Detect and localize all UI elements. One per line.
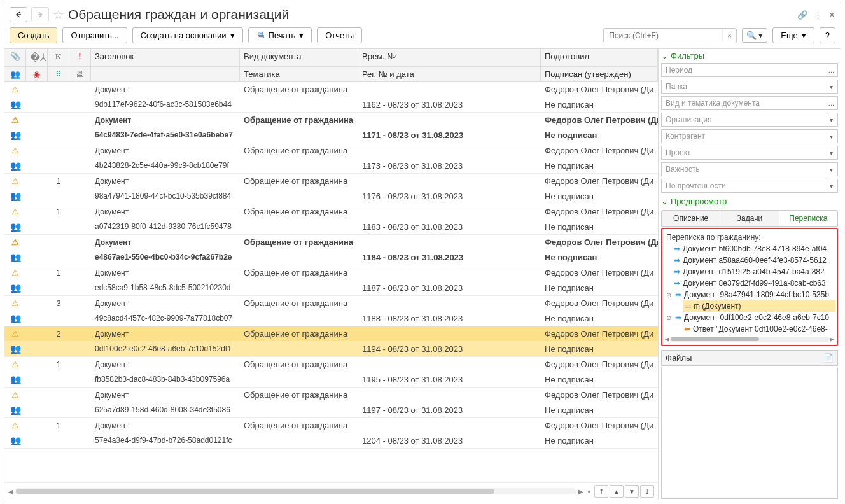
table-row[interactable]: ⚠2ДокументОбращение от гражданинаФедоров… xyxy=(4,326,658,357)
col-k[interactable]: К xyxy=(48,49,69,66)
col-regnum[interactable]: Рег. № и дата xyxy=(358,67,541,81)
table-row[interactable]: ⚠ДокументОбращение от гражданинаФедоров … xyxy=(4,235,658,265)
thread-item[interactable]: ⬅Ответ "Документ 0df100e2-e0c2-46e8- xyxy=(683,323,835,335)
filter-counterparty-dd[interactable]: ▾ xyxy=(825,129,838,143)
filter-project[interactable]: Проект xyxy=(661,146,825,160)
chevron-down-icon: ⌄ xyxy=(661,197,668,206)
preview-header[interactable]: ⌄ Предпросмотр xyxy=(661,195,838,207)
nav-first-button[interactable]: ⤒ xyxy=(594,485,608,498)
table-row[interactable]: ⚠3ДокументОбращение от гражданинаФедоров… xyxy=(4,296,658,326)
thread-item[interactable]: ➡Документ 8e379d2f-fd99-491a-8cab-cb63 xyxy=(673,277,835,289)
col-rec-icon[interactable]: ◉ xyxy=(26,67,48,81)
row-title: Документ xyxy=(91,297,240,311)
tab-description[interactable]: Описание xyxy=(662,211,720,226)
scroll-left-icon[interactable]: ◀ xyxy=(8,488,13,495)
reports-button[interactable]: Отчеты xyxy=(317,27,362,43)
col-title-2[interactable] xyxy=(91,67,240,81)
filter-importance-dd[interactable]: ▾ xyxy=(825,162,838,176)
expander-icon[interactable]: ⊖ xyxy=(665,291,673,298)
doc-icon: ▭ xyxy=(684,302,691,311)
hscroll-track[interactable] xyxy=(15,488,577,494)
nav-down-button[interactable]: ▼ xyxy=(625,485,639,498)
table-row[interactable]: ⚠1ДокументОбращение от гражданинаФедоров… xyxy=(4,418,658,449)
col-print-icon[interactable]: 🖶 xyxy=(69,67,91,81)
clear-search-icon[interactable]: × xyxy=(722,29,737,41)
filter-org[interactable]: Организация xyxy=(661,113,825,127)
nav-forward-button[interactable] xyxy=(31,7,49,22)
row-doctype: Обращение от гражданина xyxy=(240,265,358,280)
col-topic[interactable]: Тематика xyxy=(240,67,358,81)
row-guid: 0df100e2-e0c2-46e8-a6eb-7c10d152df1 xyxy=(91,342,240,356)
row-signed: Не подписан xyxy=(541,403,658,417)
table-row[interactable]: ⚠ДокументОбращение от гражданинаФедоров … xyxy=(4,143,658,174)
close-icon[interactable]: ✕ xyxy=(828,10,835,20)
table-row[interactable]: ⚠ДокументОбращение от гражданинаФедоров … xyxy=(4,388,658,418)
filter-org-dd[interactable]: ▾ xyxy=(825,113,838,127)
kebab-menu-icon[interactable]: ⋮ xyxy=(814,10,822,20)
table-row[interactable]: ⚠1ДокументОбращение от гражданинаФедоров… xyxy=(4,265,658,296)
thread-item[interactable]: ⊖➡Документ 98a47941-1809-44cf-bc10-535b xyxy=(664,289,835,300)
warning-icon: ⚠ xyxy=(11,421,19,430)
filter-importance[interactable]: Важность xyxy=(661,162,825,176)
help-button[interactable]: ? xyxy=(820,27,835,43)
expander-icon[interactable]: ⊖ xyxy=(665,314,673,321)
filter-doctype-pick[interactable]: … xyxy=(825,96,838,110)
more-button[interactable]: Еще ▾ xyxy=(772,27,814,43)
filter-doctype[interactable]: Вид и тематика документа xyxy=(661,96,825,110)
col-list-icon[interactable]: ⠿ xyxy=(48,67,69,81)
filter-period[interactable]: Период xyxy=(661,63,825,77)
table-row[interactable]: ⚠ДокументОбращение от гражданинаФедоров … xyxy=(4,82,658,113)
thread-item-label: m (Документ) xyxy=(694,302,741,311)
col-people-icon[interactable]: 👥 xyxy=(4,67,26,81)
nav-last-button[interactable]: ⤓ xyxy=(640,485,654,498)
row-title: Документ xyxy=(91,388,240,402)
row-guid: 64c9483f-7ede-4faf-a5e0-31e0a6bebe7 xyxy=(91,128,240,142)
warning-icon: ⚠ xyxy=(11,360,19,369)
table-row[interactable]: ⚠1ДокументОбращение от гражданинаФедоров… xyxy=(4,204,658,235)
col-doctype[interactable]: Вид документа xyxy=(240,49,358,66)
row-guid: 98a47941-1809-44cf-bc10-535b39cf884 xyxy=(91,189,240,203)
tab-tasks[interactable]: Задачи xyxy=(720,211,779,226)
col-title[interactable]: Заголовок xyxy=(91,49,240,66)
thread-item[interactable]: ⊖➡Документ 0df100e2-e0c2-46e8-a6eb-7c10 xyxy=(664,312,835,323)
search-button[interactable]: 🔍 ▾ xyxy=(742,28,767,43)
scroll-right-icon[interactable]: ▶ xyxy=(578,488,583,495)
col-num[interactable]: Врем. № xyxy=(358,49,541,66)
row-doctype: Обращение от гражданина xyxy=(240,357,358,372)
thread-item[interactable]: ➡Документ a58aa460-0eef-4fe3-8574-5612 xyxy=(673,255,835,266)
preview-hscroll[interactable]: ◀ ▶ xyxy=(664,335,835,344)
col-attachment-icon[interactable]: 📎 xyxy=(4,49,26,66)
print-button[interactable]: 🖶 Печать ▾ xyxy=(248,27,312,43)
col-tree-icon[interactable]: �⅄ xyxy=(26,49,48,66)
link-icon[interactable]: 🔗 xyxy=(797,10,807,20)
create-based-button[interactable]: Создать на основании ▾ xyxy=(132,27,243,43)
thread-item[interactable]: ➡Документ bf600bdb-78e8-4718-894e-af04 xyxy=(673,243,835,255)
table-row[interactable]: ⚠1ДокументОбращение от гражданинаФедоров… xyxy=(4,174,658,204)
nav-up-button[interactable]: ▲ xyxy=(610,485,624,498)
filters-header[interactable]: ⌄ Фильтры xyxy=(661,50,838,62)
thread-item[interactable]: ➡Документ d1519f25-a04b-4547-ba4a-882 xyxy=(673,266,835,277)
filter-read[interactable]: По прочтенности xyxy=(661,179,825,193)
files-label: Файлы xyxy=(666,353,692,363)
table-row[interactable]: ⚠1ДокументОбращение от гражданинаФедоров… xyxy=(4,357,658,388)
filter-folder[interactable]: Папка xyxy=(661,80,825,94)
filter-period-pick[interactable]: … xyxy=(825,63,838,77)
thread-item[interactable]: ▭m (Документ) xyxy=(683,300,835,312)
files-header[interactable]: Файлы 📄 xyxy=(661,350,838,366)
send-button[interactable]: Отправить... xyxy=(62,27,127,43)
col-who[interactable]: Подготовил xyxy=(541,49,658,66)
filter-counterparty[interactable]: Контрагент xyxy=(661,129,825,143)
search-input[interactable] xyxy=(604,29,722,43)
tab-thread[interactable]: Переписка xyxy=(779,211,837,226)
table-row[interactable]: ⚠ДокументОбращение от гражданинаФедоров … xyxy=(4,113,658,143)
files-body xyxy=(661,367,838,499)
filter-read-dd[interactable]: ▾ xyxy=(825,179,838,193)
favorite-star-icon[interactable]: ☆ xyxy=(53,7,64,22)
row-author: Федоров Олег Петрович (Ди xyxy=(541,388,658,402)
nav-back-button[interactable] xyxy=(10,7,27,22)
filter-folder-dd[interactable]: ▾ xyxy=(825,80,838,94)
col-excl[interactable]: ! xyxy=(69,49,91,66)
create-button[interactable]: Создать xyxy=(10,27,57,43)
col-signed[interactable]: Подписан (утвержден) xyxy=(541,67,658,81)
filter-project-dd[interactable]: ▾ xyxy=(825,146,838,160)
